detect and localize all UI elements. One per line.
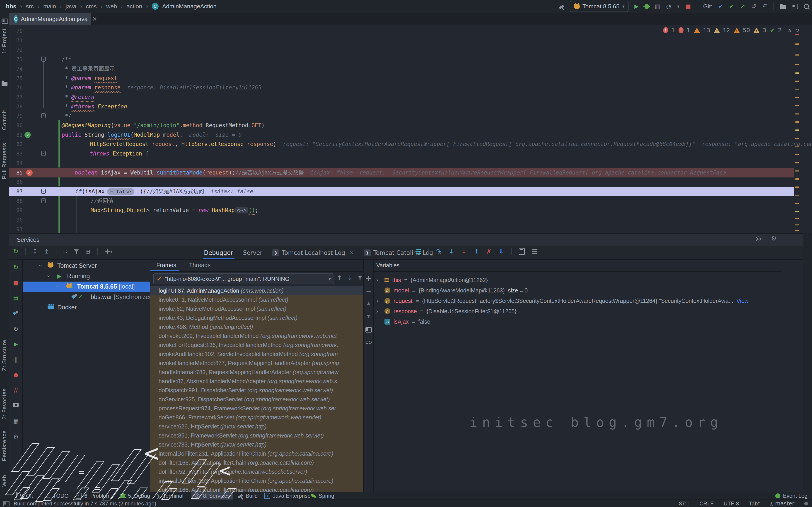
folder-icon[interactable] [780, 5, 786, 9]
inspection-item[interactable]: !3 [754, 27, 766, 33]
git-update-icon[interactable]: ✔ [718, 3, 723, 9]
frame-row[interactable]: handle:87, AbstractHandlerMethodAdapter … [150, 377, 364, 386]
tab-adminmanageaction[interactable]: C AdminManageAction.java ✕ [9, 13, 91, 25]
status-item[interactable]: CRLF [699, 500, 714, 507]
funnel-icon[interactable] [74, 249, 79, 254]
chevron-right-icon[interactable]: › [376, 308, 381, 315]
toolwindow-button-6-problems[interactable]: !6: Problems [72, 492, 116, 500]
code-line-87[interactable]: 87-if(isAjax= false ){//如果是AJAX方式访问 isAj… [9, 187, 794, 196]
restart-icon[interactable]: ↻ [13, 264, 18, 271]
play-icon[interactable]: ▶ [635, 4, 639, 9]
debug-action-grid[interactable]: ▦ [9, 418, 23, 424]
triu-icon[interactable]: ▲ [367, 301, 370, 305]
git-branch-widget[interactable]: Ymaster [770, 501, 794, 506]
forcestep-icon[interactable]: ↓ [461, 248, 466, 255]
stripe-label-commit[interactable]: Commit [1, 110, 7, 130]
tab-debugger[interactable]: Debugger [204, 250, 233, 256]
debug-action-diamond[interactable] [9, 311, 23, 316]
services-tree[interactable]: ›Tomcat Server›▶Running›▶Tomcat 8.5.65 [… [23, 260, 150, 492]
watch-action-plus[interactable]: + [364, 275, 373, 282]
toolwindow-button-8-services[interactable]: ⚙8: Services [192, 492, 233, 500]
frame-row[interactable]: doFilter:52, WsFilter (org.apache.tomcat… [150, 467, 364, 476]
error-stripe-mark[interactable] [795, 154, 799, 155]
frame-row[interactable]: loginUI:87, AdminManageAction (cms.web.a… [150, 286, 364, 295]
variable-row-request[interactable]: ›prequest={HttpServlet3RequestFactory$Se… [376, 296, 779, 306]
tree-item-running[interactable]: ›▶Running [23, 271, 150, 282]
error-stripe-mark[interactable] [795, 170, 799, 172]
status-item[interactable]: Tab* [749, 500, 760, 507]
debug-action-stopred[interactable]: ■ [9, 280, 23, 286]
toolwindow-button-terminal[interactable]: ❯Terminal [153, 492, 187, 500]
stopred-icon[interactable]: ■ [686, 3, 691, 9]
code-line-83[interactable]: 83-throws Exception { [9, 149, 803, 159]
oo-icon[interactable]: OO [365, 340, 372, 344]
calc-icon[interactable] [519, 248, 525, 255]
java-enterprise-icon[interactable]: EE [264, 493, 270, 499]
sliders-icon[interactable] [532, 249, 538, 254]
dd-icon[interactable]: ▾ [677, 4, 679, 9]
stepinto-icon[interactable]: ↓ [449, 248, 454, 255]
watch-action-minus2[interactable]: − [364, 288, 373, 295]
breadcrumb-item[interactable]: cms [86, 3, 97, 10]
frame-row[interactable]: invokeForRequest:136, InvocableHandlerMe… [150, 340, 364, 349]
frame-row[interactable]: processRequest:974, FrameworkServlet (or… [150, 404, 364, 413]
thread-selector[interactable]: ✔ "http-nio-8080-exec-9"... group "main"… [153, 273, 335, 284]
chevron-down-icon[interactable]: › [54, 285, 61, 287]
debug-action-mute[interactable]: // [9, 388, 23, 393]
inspection-item[interactable]: !1 [663, 27, 675, 33]
stripe-label-2-favorites[interactable]: 2: Favorites [1, 388, 7, 419]
code-line-73[interactable]: 73-/** [9, 55, 803, 64]
debug-action-restart[interactable]: ↻ [9, 264, 23, 271]
debug-action-refresh[interactable]: ↻ [9, 326, 23, 332]
breadcrumb-class-name[interactable]: AdminManageAction [162, 3, 217, 10]
expand-icon[interactable]: ↧ [33, 248, 37, 255]
debug-action-bpdot[interactable]: ● [9, 372, 23, 378]
stripe-label-pull-requests[interactable]: Pull Requests [1, 143, 7, 179]
tab-tomcat-localhost-log[interactable]: ❯Tomcat Localhost Log✕ [272, 249, 354, 256]
breadcrumb-item[interactable]: web [106, 3, 117, 10]
trid-icon[interactable]: ▼ [367, 314, 370, 318]
debug-action-gear[interactable]: ⚙ [9, 434, 23, 440]
variable-row-response[interactable]: ›presponse={DisableUrlSessionFilter$1@11… [376, 306, 779, 317]
frame-row[interactable]: doInvoke:209, InvocableHandlerMethod (or… [150, 331, 364, 340]
diamond-icon[interactable] [13, 311, 19, 316]
code-line-84[interactable]: 84 [9, 159, 803, 168]
grid-icon[interactable]: ▦ [13, 418, 19, 424]
code-line-86[interactable]: 86 [9, 177, 803, 187]
error-stripe-mark[interactable] [795, 105, 799, 106]
error-stripe-mark[interactable] [795, 146, 799, 147]
error-stripe-mark[interactable] [795, 34, 799, 35]
chevron-down-icon[interactable]: › [37, 265, 44, 267]
profiler-icon[interactable]: ◔ [666, 3, 671, 9]
frame-row[interactable]: doGet:866, FrameworkServlet (org.springf… [150, 413, 364, 422]
inspection-item[interactable]: !50 [734, 27, 750, 33]
cam-icon[interactable] [13, 403, 18, 407]
code-line-76[interactable]: 76 * @param response response: DisableUr… [9, 83, 803, 92]
error-stripe-mark[interactable] [795, 211, 799, 212]
event-log-button[interactable]: Event Log [775, 492, 807, 500]
code-line-72[interactable]: 72 [9, 45, 803, 55]
play-icon[interactable]: ▶ [14, 341, 18, 347]
fold-marker[interactable]: - [41, 151, 46, 156]
next-problem-icon[interactable]: ∨ [796, 27, 800, 33]
dash-icon[interactable]: — [786, 236, 793, 241]
breadcrumb-item[interactable]: java [65, 3, 77, 10]
stripe-label-persistence[interactable]: Persistence [1, 430, 7, 461]
search-icon[interactable] [804, 4, 809, 9]
error-stripe-mark[interactable] [795, 54, 799, 56]
fold-marker[interactable]: - [41, 189, 46, 194]
plus-icon[interactable]: + [366, 275, 372, 282]
frame-row[interactable]: internalDoFilter:231, ApplicationFilterC… [150, 449, 364, 458]
code-line-78[interactable]: 78 * @throws Exception [9, 102, 803, 111]
code-line-81[interactable]: 81↗public String loginUI(ModelMap model,… [9, 130, 803, 139]
stripe-label-z-structure[interactable]: Z: Structure [1, 340, 7, 371]
gear-icon[interactable]: ⚙ [13, 434, 18, 440]
dropframe-icon[interactable]: ✗ [487, 248, 492, 255]
error-stripe-mark[interactable] [795, 64, 799, 65]
down-icon[interactable]: ↓ [347, 275, 352, 281]
code-line-74[interactable]: 74 * 员工登录页面显示 [9, 64, 803, 73]
error-stripe-mark[interactable] [795, 121, 799, 123]
tree-item-docker[interactable]: Docker [23, 302, 150, 313]
code-line-88[interactable]: 88∧//返回值 [9, 196, 803, 206]
code-line-91[interactable]: 91 [9, 225, 803, 233]
